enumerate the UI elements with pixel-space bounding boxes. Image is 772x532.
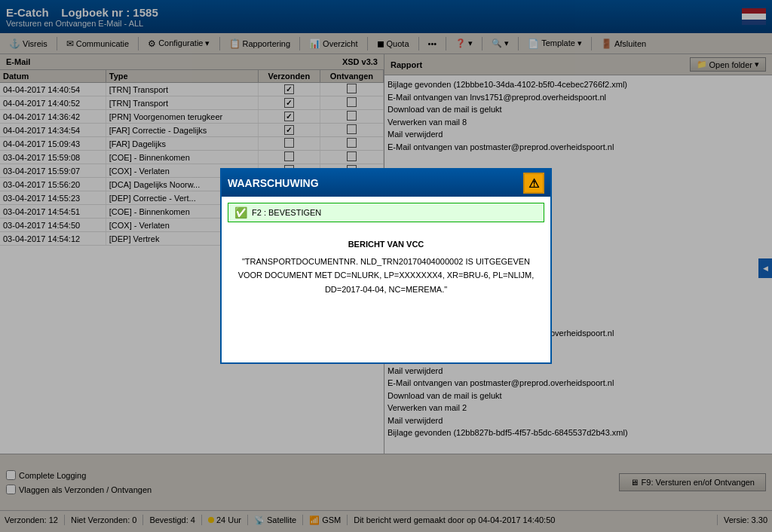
- modal-body-text: "TRANSPORTDOCUMENTNR. NLD_TRN20170404000…: [234, 255, 538, 297]
- confirm-checkmark-icon: ✅: [234, 206, 247, 219]
- modal-body-title: BERICHT VAN VCC: [234, 237, 538, 252]
- modal-titlebar: WAARSCHUWING ⚠: [222, 170, 550, 197]
- modal-confirm-label: F2 : BEVESTIGEN: [252, 208, 321, 217]
- modal-title: WAARSCHUWING: [228, 177, 319, 189]
- warning-modal: WAARSCHUWING ⚠ ✅ F2 : BEVESTIGEN BERICHT…: [220, 168, 552, 364]
- modal-overlay: WAARSCHUWING ⚠ ✅ F2 : BEVESTIGEN BERICHT…: [0, 0, 772, 532]
- warning-icon: ⚠: [523, 173, 544, 194]
- modal-confirm-bar[interactable]: ✅ F2 : BEVESTIGEN: [228, 203, 544, 222]
- modal-body: BERICHT VAN VCC "TRANSPORTDOCUMENTNR. NL…: [222, 228, 550, 306]
